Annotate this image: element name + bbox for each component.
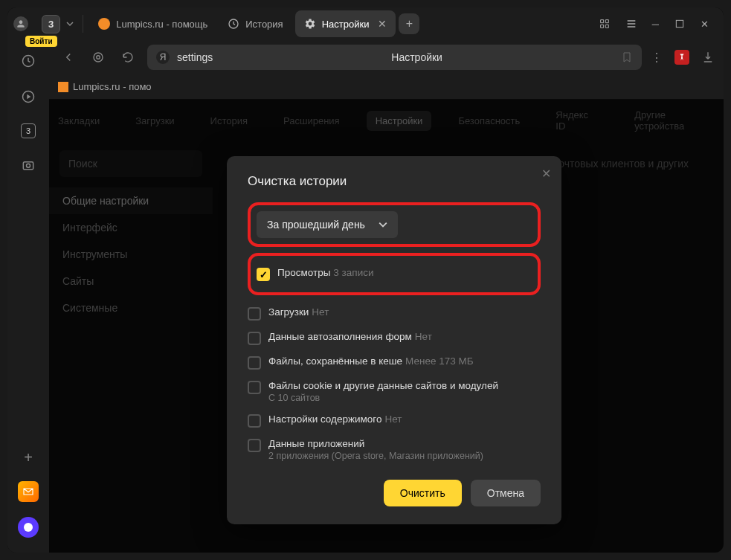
- svg-point-7: [97, 56, 100, 59]
- tab-lumpics[interactable]: Lumpics.ru - помощь: [89, 10, 216, 37]
- svg-point-6: [94, 53, 103, 62]
- check-label: Просмотры: [277, 267, 330, 278]
- close-window-icon[interactable]: ✕: [701, 19, 709, 30]
- avatar-icon: [13, 16, 28, 31]
- history-sidebar-icon[interactable]: [19, 52, 37, 70]
- alice-sidebar-icon[interactable]: [18, 517, 39, 538]
- window-controls: ─ ✕: [599, 18, 718, 30]
- address-bar: Я settings Настройки ⋮: [49, 40, 724, 74]
- gear-icon: [304, 18, 316, 30]
- check-label: Файлы cookie и другие данные сайтов и мо…: [268, 380, 498, 391]
- app-sidebar: 3 +: [7, 40, 49, 553]
- checkbox-views[interactable]: [257, 268, 270, 281]
- check-meta: 3 записи: [333, 267, 373, 278]
- check-row-views[interactable]: Просмотры3 записи: [257, 262, 532, 286]
- tab-dropdown-icon[interactable]: [63, 20, 77, 28]
- tab-count-button[interactable]: 3: [42, 15, 60, 33]
- tab-count-sidebar[interactable]: 3: [21, 123, 36, 138]
- checkbox-autofill[interactable]: [248, 332, 261, 345]
- title-bar: Войти 3 Lumpics.ru - помощь История Наст…: [7, 7, 724, 40]
- highlight-views: Просмотры3 записи: [248, 253, 541, 295]
- clock-icon: [228, 18, 239, 30]
- url-text: settings: [177, 51, 213, 63]
- omnibox[interactable]: Я settings Настройки: [147, 45, 642, 70]
- check-sub: 2 приложения (Opera store, Магазин прило…: [268, 451, 483, 461]
- modal-close-button[interactable]: ✕: [541, 167, 551, 181]
- checkbox-content-settings[interactable]: [248, 414, 261, 428]
- tab-history[interactable]: История: [219, 10, 292, 37]
- checkbox-downloads[interactable]: [248, 307, 261, 321]
- maximize-icon[interactable]: [674, 18, 686, 30]
- check-label: Данные автозаполнения форм: [268, 331, 412, 342]
- check-label: Загрузки: [268, 306, 309, 318]
- login-badge[interactable]: Войти: [25, 36, 57, 47]
- svg-point-5: [27, 164, 30, 167]
- modal-actions: Очистить Отмена: [248, 480, 541, 506]
- adblock-icon[interactable]: [674, 50, 689, 65]
- close-icon[interactable]: ✕: [378, 18, 387, 30]
- browser-window: Войти 3 Lumpics.ru - помощь История Наст…: [7, 7, 724, 553]
- checkbox-cache[interactable]: [248, 356, 261, 370]
- add-sidebar-button[interactable]: +: [24, 449, 33, 466]
- minimize-icon[interactable]: ─: [652, 19, 659, 30]
- svg-rect-1: [676, 20, 683, 27]
- cancel-button[interactable]: Отмена: [471, 480, 541, 506]
- reload-button[interactable]: [117, 47, 138, 68]
- search-provider-icon: Я: [156, 51, 170, 64]
- check-label: Данные приложений: [268, 438, 364, 449]
- mail-sidebar-icon[interactable]: [18, 481, 39, 502]
- tab-title: Lumpics.ru - помощь: [116, 19, 207, 30]
- svg-rect-4: [23, 162, 33, 170]
- profile-button[interactable]: [13, 16, 28, 31]
- back-button[interactable]: [58, 47, 79, 68]
- check-meta: Менее 173 МБ: [405, 355, 474, 367]
- time-range-dropdown[interactable]: За прошедший день: [257, 211, 398, 238]
- check-row-cookies[interactable]: Файлы cookie и другие данные сайтов и мо…: [248, 375, 541, 408]
- bookmark-item[interactable]: Lumpics.ru - помо: [58, 81, 152, 92]
- checkbox-cookies[interactable]: [248, 381, 261, 394]
- modal-title: Очистка истории: [248, 174, 541, 189]
- download-icon[interactable]: [701, 51, 715, 64]
- check-row-downloads[interactable]: ЗагрузкиНет: [248, 301, 541, 326]
- tab-settings[interactable]: Настройки ✕: [295, 10, 396, 37]
- tab-title: История: [245, 19, 283, 30]
- check-row-cache[interactable]: Файлы, сохранённые в кешеМенее 173 МБ: [248, 350, 541, 375]
- favicon-icon: [98, 18, 110, 30]
- bookmark-icon[interactable]: [621, 51, 633, 63]
- check-row-content-settings[interactable]: Настройки содержимогоНет: [248, 408, 541, 433]
- more-icon[interactable]: ⋮: [651, 51, 663, 65]
- bookmark-label: Lumpics.ru - помо: [73, 81, 152, 92]
- highlight-range: За прошедший день: [248, 202, 541, 247]
- check-row-autofill[interactable]: Данные автозаполнения формНет: [248, 326, 541, 350]
- play-sidebar-icon[interactable]: [19, 88, 37, 106]
- tab-title: Настройки: [322, 19, 370, 30]
- clear-button[interactable]: Очистить: [384, 480, 462, 506]
- check-meta: Нет: [415, 331, 432, 342]
- screenshot-sidebar-icon[interactable]: [19, 156, 37, 174]
- bookmarks-bar: Lumpics.ru - помо: [49, 74, 724, 100]
- favicon-icon: [58, 82, 68, 92]
- check-row-app-data[interactable]: Данные приложений 2 приложения (Opera st…: [248, 433, 541, 466]
- menu-icon[interactable]: [625, 18, 637, 30]
- checkbox-app-data[interactable]: [248, 439, 261, 452]
- home-button[interactable]: [88, 47, 109, 68]
- chevron-down-icon: [379, 220, 387, 229]
- new-tab-button[interactable]: +: [399, 13, 419, 34]
- page-title-text: Настройки: [220, 51, 614, 63]
- collections-icon[interactable]: [599, 18, 611, 30]
- dropdown-value: За прошедший день: [267, 219, 365, 231]
- check-meta: Нет: [312, 306, 329, 318]
- check-meta: Нет: [384, 413, 402, 425]
- divider: [83, 15, 83, 33]
- check-sub: С 10 сайтов: [268, 393, 498, 403]
- check-label: Файлы, сохранённые в кеше: [268, 355, 402, 367]
- check-label: Настройки содержимого: [268, 413, 381, 425]
- clear-history-modal: ✕ Очистка истории За прошедший день Прос…: [227, 156, 561, 524]
